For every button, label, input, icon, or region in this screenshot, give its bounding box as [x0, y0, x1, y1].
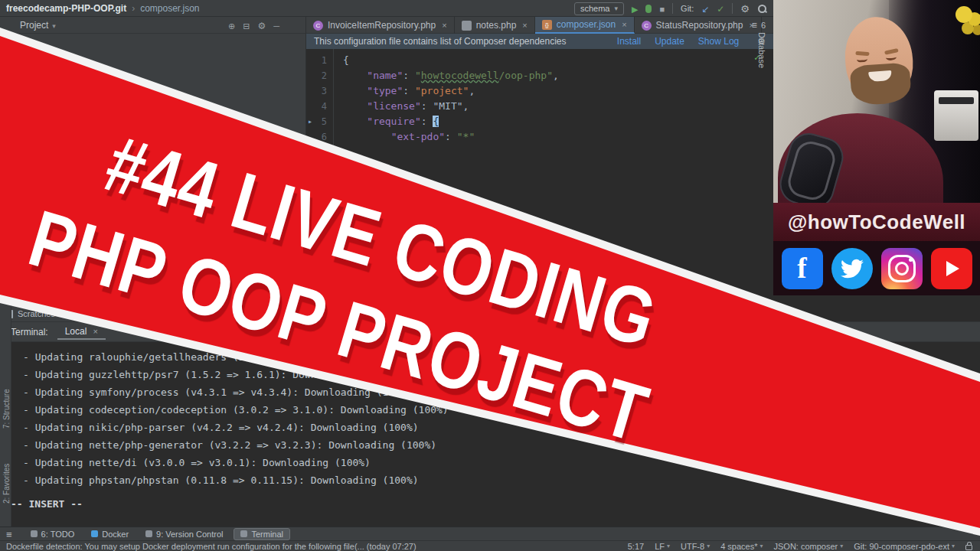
- notification-bar: This configuration file contains list of…: [306, 34, 773, 49]
- smile: [868, 70, 892, 82]
- flower-decoration: [956, 6, 972, 23]
- notification-action-update[interactable]: Update: [655, 36, 684, 47]
- toolbar-divider: [732, 3, 733, 14]
- lock-icon[interactable]: [965, 545, 972, 550]
- git-update-icon[interactable]: [701, 2, 709, 15]
- tab-overflow-count: 6: [761, 21, 766, 30]
- tool-tab-database[interactable]: Database: [757, 32, 766, 68]
- run-icon[interactable]: [632, 2, 638, 15]
- tool-window-button-9-version-control[interactable]: 9: Version Control: [139, 529, 229, 540]
- expand-all-icon[interactable]: [228, 18, 235, 32]
- tab-notes-php[interactable]: notes.php: [455, 17, 535, 34]
- status-bar: Dockerfile detection: You may setup Dock…: [0, 540, 980, 551]
- search-icon[interactable]: [757, 4, 767, 14]
- terminal-label: Terminal:: [11, 327, 48, 337]
- status-segment-git-90-composer-pdo-ext[interactable]: Git: 90-composer-pdo-ext: [854, 542, 955, 551]
- code-line[interactable]: "name": "howtocodewell/oop-php",: [343, 68, 559, 83]
- gutter-marker-icon[interactable]: ▸: [308, 114, 312, 129]
- git-commit-icon[interactable]: [717, 2, 724, 15]
- status-segment-utf-8[interactable]: UTF-8: [681, 542, 710, 551]
- tool-window-button-6-todo[interactable]: 6: TODO: [24, 529, 81, 540]
- class-file-icon: [313, 21, 323, 31]
- social-icons: f: [773, 241, 980, 295]
- terminal-tab-local[interactable]: Local: [57, 324, 106, 340]
- line-number[interactable]: 4: [306, 99, 333, 114]
- close-tab-icon[interactable]: [622, 20, 626, 29]
- channel-handle-bar: @howToCodeWell: [773, 203, 980, 241]
- status-segment-5-17[interactable]: 5:17: [628, 542, 644, 551]
- code-line[interactable]: "type": "project",: [343, 83, 559, 99]
- code-line[interactable]: {: [343, 53, 559, 68]
- youtube-icon[interactable]: [931, 248, 972, 289]
- eyebrow: [855, 51, 869, 56]
- docker-icon: [91, 530, 98, 537]
- line-number[interactable]: 5▸: [306, 114, 333, 129]
- close-tab-icon[interactable]: [442, 21, 446, 30]
- status-segment-lf[interactable]: LF: [655, 542, 670, 551]
- code-line[interactable]: "require": {: [343, 114, 559, 129]
- settings-gear-icon[interactable]: [740, 2, 750, 15]
- vim-mode-indicator: -- INSERT --: [11, 498, 83, 510]
- breadcrumb-separator: [126, 3, 140, 14]
- line-number[interactable]: 1: [306, 53, 333, 68]
- 6-todo-icon: [31, 530, 38, 537]
- notification-actions: InstallUpdateShow Log: [617, 36, 739, 47]
- status-message[interactable]: Dockerfile detection: You may setup Dock…: [0, 542, 416, 551]
- file-file-icon: [462, 21, 472, 31]
- debug-icon[interactable]: [645, 5, 652, 13]
- json-file-icon: [542, 20, 552, 30]
- editor-tabs: InvoiceItemRepository.phpnotes.phpcompos…: [306, 17, 762, 34]
- project-panel-tools: [228, 17, 279, 34]
- webcam-panel: @howToCodeWell f: [773, 0, 980, 295]
- play-triangle: [946, 261, 959, 276]
- run-config-select[interactable]: schema: [574, 2, 624, 15]
- tab-statusrepository-php[interactable]: StatusRepository.php: [635, 17, 762, 34]
- panel-settings-icon[interactable]: [257, 18, 266, 32]
- instagram-icon[interactable]: [881, 248, 923, 289]
- twitter-icon[interactable]: [831, 248, 873, 289]
- close-terminal-tab-icon[interactable]: [93, 327, 97, 336]
- line-number[interactable]: 3: [306, 83, 333, 99]
- twitter-bird: [841, 257, 864, 280]
- close-tab-icon[interactable]: [522, 21, 527, 30]
- tab-composer-json[interactable]: composer.json: [535, 17, 635, 34]
- code-line[interactable]: "license": "MIT",: [343, 99, 559, 114]
- tab-list-icon[interactable]: [752, 20, 757, 31]
- status-segment-4-spaces[interactable]: 4 spaces*: [720, 542, 763, 551]
- tab-overflow[interactable]: 6: [752, 20, 766, 31]
- hide-panel-icon[interactable]: [273, 18, 279, 32]
- eye: [857, 56, 868, 63]
- printer: [934, 90, 978, 141]
- notification-action-install[interactable]: Install: [617, 36, 641, 47]
- tab-invoiceitemrepository-php[interactable]: InvoiceItemRepository.php: [306, 17, 455, 34]
- tool-window-button-docker[interactable]: Docker: [85, 529, 135, 540]
- git-label: Git:: [681, 4, 694, 13]
- tool-tab-structure[interactable]: 7: Structure: [2, 389, 11, 429]
- screenshot-root: freecodecamp-PHP-OOP.git composer.json s…: [0, 0, 980, 551]
- line-number[interactable]: 2: [306, 68, 333, 83]
- window-menu-icon[interactable]: [6, 527, 12, 541]
- project-panel-title[interactable]: Project: [20, 20, 56, 31]
- eye: [886, 54, 897, 60]
- tool-window-button-terminal[interactable]: Terminal: [234, 528, 290, 540]
- channel-handle: @howToCodeWell: [788, 210, 965, 234]
- breadcrumb-file[interactable]: composer.json: [140, 3, 199, 14]
- class-file-icon: [642, 21, 652, 31]
- toolbar-actions: schema Git:: [574, 0, 767, 17]
- stop-icon[interactable]: [659, 2, 665, 15]
- notification-action-show-log[interactable]: Show Log: [698, 36, 739, 47]
- toolbar-divider: [672, 3, 673, 14]
- collapse-all-icon[interactable]: [243, 18, 250, 32]
- facebook-icon[interactable]: f: [782, 248, 823, 289]
- project-name[interactable]: freecodecamp-PHP-OOP.git: [6, 3, 126, 14]
- status-segments: 5:17LFUTF-84 spaces*JSON: composerGit: 9…: [628, 542, 972, 551]
- webcam-photo: [773, 0, 980, 203]
- 9-version-control-icon: [145, 530, 152, 537]
- status-segment-json-composer[interactable]: JSON: composer: [774, 542, 844, 551]
- code-line[interactable]: "ext-pdo": "*": [343, 129, 559, 145]
- tool-window-bar: 6: TODODocker9: Version ControlTerminal: [0, 527, 980, 540]
- notification-message: This configuration file contains list of…: [314, 36, 567, 47]
- tool-tab-favorites[interactable]: 2: Favorites: [2, 464, 11, 504]
- terminal-icon: [240, 530, 247, 537]
- breadcrumb: freecodecamp-PHP-OOP.git composer.json: [0, 3, 200, 14]
